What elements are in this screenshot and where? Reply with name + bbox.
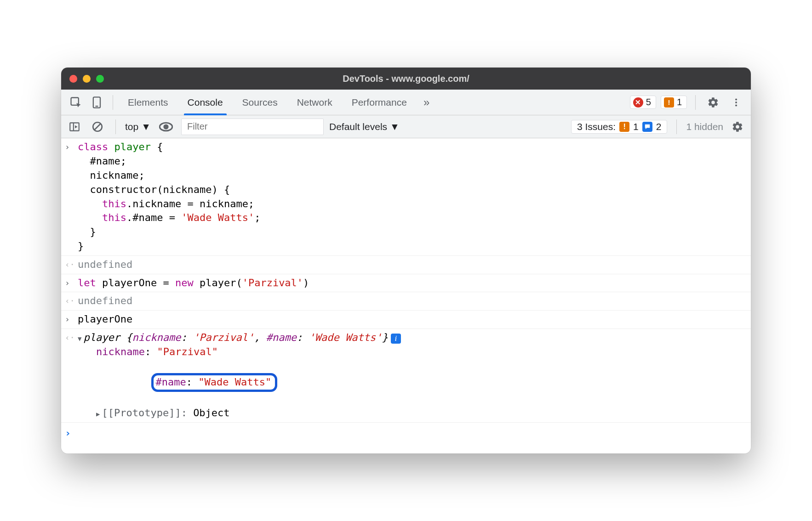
window-title: DevTools - www.google.com/ [61, 74, 751, 84]
context-selector[interactable]: top ▼ [125, 121, 151, 132]
settings-icon[interactable] [704, 93, 722, 112]
svg-point-5 [735, 104, 737, 106]
highlight-annotation: #name: "Wade Watts" [151, 373, 277, 392]
log-levels-selector[interactable]: Default levels ▼ [329, 121, 400, 132]
minimize-window-button[interactable] [83, 75, 91, 83]
devtools-window: DevTools - www.google.com/ Elements Cons… [61, 68, 751, 453]
console-output-row: ‹· undefined [61, 256, 751, 274]
console-input-row[interactable]: › let playerOne = new player('Parzival') [61, 274, 751, 293]
console-input-row[interactable]: › playerOne [61, 311, 751, 329]
prompt-chevron-icon: › [65, 426, 78, 441]
console-prompt[interactable]: › [61, 422, 751, 444]
warning-icon: ! [664, 97, 674, 108]
tabbar-right: ✕ 5 ! 1 [630, 93, 745, 112]
tab-sources[interactable]: Sources [234, 90, 286, 115]
disclosure-triangle-down-icon[interactable]: ▼ [78, 334, 81, 344]
output-undefined: undefined [78, 294, 745, 308]
console-output: › class player { #name; nickname; constr… [61, 138, 751, 453]
filter-input[interactable] [181, 119, 324, 135]
error-icon: ✕ [633, 97, 643, 108]
svg-point-3 [735, 98, 737, 100]
toggle-sidebar-icon[interactable] [66, 120, 83, 134]
chevron-down-icon: ▼ [141, 121, 151, 132]
live-expression-icon[interactable] [156, 120, 176, 133]
output-chevron-icon: ‹· [65, 258, 78, 272]
traffic-lights [69, 75, 104, 83]
svg-marker-8 [75, 125, 77, 129]
hidden-count: 1 hidden [686, 121, 723, 132]
object-property-nickname[interactable]: nickname: "Parzival" [78, 345, 745, 359]
separator [113, 95, 113, 110]
inspect-element-icon[interactable] [67, 93, 85, 112]
titlebar: DevTools - www.google.com/ [61, 68, 751, 90]
error-count: 5 [646, 97, 651, 108]
panel-tabbar: Elements Console Sources Network Perform… [61, 90, 751, 115]
kebab-menu-icon[interactable] [727, 93, 745, 112]
warning-count: 1 [677, 97, 682, 108]
output-chevron-icon: ‹· [65, 294, 78, 308]
svg-line-10 [95, 124, 101, 130]
object-prototype[interactable]: ▶[[Prototype]]: Object [78, 406, 745, 420]
input-chevron-icon: › [65, 140, 78, 253]
issues-button[interactable]: 3 Issues: ! 1 2 [571, 120, 667, 134]
panel-tabs: Elements Console Sources Network Perform… [120, 90, 627, 115]
output-chevron-icon: ‹· [65, 331, 78, 420]
issues-warn-count: 1 [633, 121, 639, 132]
tab-network[interactable]: Network [289, 90, 341, 115]
object-tree[interactable]: ▼player {nickname: 'Parzival', #name: 'W… [78, 331, 745, 420]
close-window-button[interactable] [69, 75, 77, 83]
error-count-badge[interactable]: ✕ 5 [630, 96, 656, 109]
separator [115, 119, 116, 134]
code-line: playerOne [78, 312, 745, 327]
message-icon [642, 122, 652, 132]
output-undefined: undefined [78, 258, 745, 272]
chevron-down-icon: ▼ [390, 121, 400, 132]
console-output-row: ‹· ▼player {nickname: 'Parzival', #name:… [61, 329, 751, 422]
input-chevron-icon: › [65, 276, 78, 290]
warning-count-badge[interactable]: ! 1 [661, 96, 687, 109]
tab-performance[interactable]: Performance [343, 90, 415, 115]
separator [695, 95, 696, 110]
code-line: let playerOne = new player('Parzival') [78, 276, 745, 290]
issues-info-count: 2 [656, 121, 662, 132]
svg-point-12 [163, 124, 168, 129]
code-block: class player { #name; nickname; construc… [78, 140, 745, 253]
clear-console-icon[interactable] [89, 120, 106, 134]
console-toolbar: top ▼ Default levels ▼ 3 Issues: ! 1 2 1… [61, 115, 751, 138]
object-header[interactable]: ▼player {nickname: 'Parzival', #name: 'W… [78, 331, 745, 345]
maximize-window-button[interactable] [96, 75, 104, 83]
input-chevron-icon: › [65, 312, 78, 327]
more-tabs-icon[interactable]: » [418, 96, 435, 109]
object-property-private-name[interactable]: #name: "Wade Watts" [78, 359, 745, 406]
console-input-row[interactable]: › class player { #name; nickname; constr… [61, 138, 751, 255]
levels-label: Default levels [329, 121, 387, 132]
console-output-row: ‹· undefined [61, 292, 751, 311]
warning-icon: ! [619, 122, 629, 132]
context-label: top [125, 121, 138, 132]
svg-point-4 [735, 102, 737, 103]
tab-elements[interactable]: Elements [120, 90, 177, 115]
device-toolbar-icon[interactable] [88, 93, 106, 112]
console-settings-icon[interactable] [729, 120, 746, 134]
disclosure-triangle-right-icon[interactable]: ▶ [96, 410, 100, 419]
svg-rect-6 [70, 123, 79, 130]
tab-console[interactable]: Console [179, 90, 231, 115]
info-icon[interactable]: i [391, 334, 401, 344]
issues-label: 3 Issues: [577, 121, 616, 132]
separator [676, 119, 677, 134]
